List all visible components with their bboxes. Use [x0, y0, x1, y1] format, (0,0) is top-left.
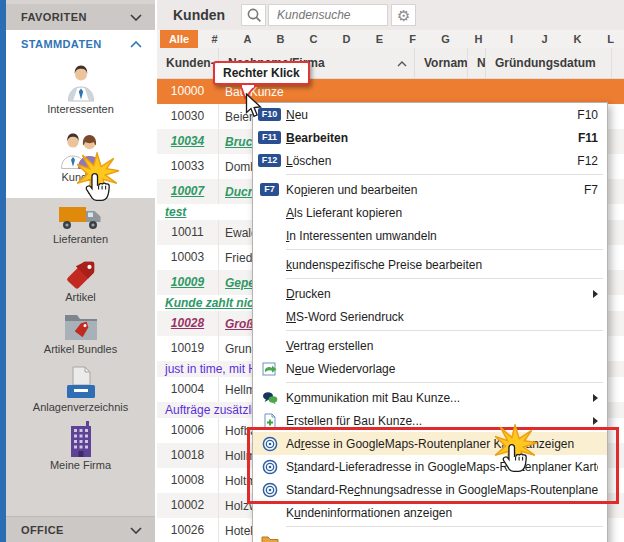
alpha-filter-a[interactable]: A	[231, 30, 264, 48]
sidebar-item-artikel-bundles[interactable]: Artikel Bundles	[6, 312, 155, 355]
alpha-filter-alle[interactable]: Alle	[160, 30, 198, 48]
menu-item-adresse-in-googlemaps-routenplaner-karte-a[interactable]: Adresse in GoogleMaps-Routenplaner Karte…	[253, 432, 607, 455]
customer-name: Bau Kunze	[219, 85, 624, 99]
column-header-vorname[interactable]: Vorname	[415, 48, 468, 78]
document-plus-icon	[262, 413, 278, 429]
menu-item-label: Als Lieferant kopieren	[286, 206, 598, 220]
menu-item-label: Standard-Lieferadresse in GoogleMaps-Rou…	[286, 460, 598, 474]
person-icon	[6, 64, 155, 102]
customer-number: 10006	[157, 418, 219, 443]
menu-item-label: Kommunikation mit Bau Kunze...	[286, 391, 585, 405]
customer-number: 10026	[157, 518, 219, 542]
column-header-item	[612, 48, 624, 78]
menu-item-neu[interactable]: F10NeuF10	[253, 103, 607, 126]
menu-item-erstellen-für-bau-kunze[interactable]: Erstellen für Bau Kunze...	[253, 409, 607, 432]
column-header-gründungsdatum[interactable]: Gründungsdatum	[486, 48, 612, 78]
menu-item-item[interactable]	[253, 530, 607, 542]
menu-item-standard-lieferadresse-in-googlemaps-route[interactable]: Standard-Lieferadresse in GoogleMaps-Rou…	[253, 455, 607, 478]
sidebar-item-lieferanten[interactable]: Lieferanten	[6, 202, 155, 245]
alpha-filter-g[interactable]: G	[429, 30, 462, 48]
folder-icon	[261, 534, 279, 542]
gear-icon[interactable]: ⚙	[391, 4, 416, 26]
customer-number: 10007	[157, 179, 219, 204]
search-input[interactable]	[269, 8, 387, 22]
sidebar: FAVORITEN STAMMDATEN InteressentenKunden…	[0, 0, 155, 542]
customer-number: 10002	[157, 493, 219, 518]
menu-item-label: Erstellen für Bau Kunze...	[286, 414, 585, 428]
fkey-badge: F10	[258, 108, 282, 121]
annotation-tooltip-tail	[240, 85, 258, 100]
search-input-box	[268, 4, 388, 26]
alpha-filter-e[interactable]: E	[363, 30, 396, 48]
menu-item-ms-word-seriendruck[interactable]: MS-Word Seriendruck	[253, 305, 607, 328]
menu-item-neue-wiedervorlage[interactable]: Neue Wiedervorlage	[253, 357, 607, 380]
menu-separator	[253, 328, 607, 334]
menu-item-label: Kopieren und bearbeiten	[286, 183, 574, 197]
search-icon[interactable]	[241, 4, 266, 26]
menu-shortcut: F7	[584, 183, 598, 197]
chevron-down-icon	[130, 11, 142, 23]
menu-item-standard-rechnungsadresse-in-googlemaps-ro[interactable]: Standard-Rechnungsadresse in GoogleMaps-…	[253, 478, 607, 501]
menu-item-als-lieferant-kopieren[interactable]: Als Lieferant kopieren	[253, 201, 607, 224]
menu-item-kundeninformationen-anzeigen[interactable]: Kundeninformationen anzeigen	[253, 501, 607, 524]
sidebar-item-kunden[interactable]: Kunden	[6, 132, 155, 183]
target-icon	[262, 482, 278, 498]
menu-item-kundenspezifische-preise-bearbeiten[interactable]: kundenspezifische Preise bearbeiten	[253, 253, 607, 276]
menu-item-in-interessenten-umwandeln[interactable]: In Interessenten umwandeln	[253, 224, 607, 247]
sidebar-section-office[interactable]: OFFICE	[6, 516, 155, 542]
menu-item-löschen[interactable]: F12LöschenF12	[253, 149, 607, 172]
menu-item-label: MS-Word Seriendruck	[286, 310, 598, 324]
fkey-badge: F7	[260, 183, 279, 196]
sidebar-item-label: Anlagenverzeichnis	[6, 401, 155, 413]
fkey-badge: F12	[258, 154, 282, 167]
menu-item-vertrag-erstellen[interactable]: Vertrag erstellen	[253, 334, 607, 357]
alpha-filter-d[interactable]: D	[330, 30, 363, 48]
alpha-filter-j[interactable]: J	[528, 30, 561, 48]
menu-item-bearbeiten[interactable]: F11BearbeitenF11	[253, 126, 607, 149]
alpha-filter-b[interactable]: B	[264, 30, 297, 48]
submenu-arrow-icon	[593, 417, 598, 425]
sidebar-section-stammdaten[interactable]: STAMMDATEN	[6, 32, 155, 56]
tag-icon	[6, 258, 155, 290]
menu-item-label: Vertrag erstellen	[286, 339, 598, 353]
alpha-filter-h[interactable]: H	[462, 30, 495, 48]
customer-number: 10033	[157, 154, 219, 179]
sidebar-item-meine-firma[interactable]: Meine Firma	[6, 420, 155, 471]
stammdaten-label: STAMMDATEN	[21, 38, 102, 50]
sort-asc-icon	[397, 56, 407, 70]
column-header-kunden[interactable]: Kunden-	[157, 48, 219, 78]
customer-number: 10009	[157, 270, 219, 295]
alpha-filter-l[interactable]: L	[594, 30, 624, 48]
sidebar-item-label: Interessenten	[6, 103, 155, 115]
customer-number: 10030	[157, 104, 219, 129]
truck-icon	[6, 202, 155, 232]
menu-item-label: Bearbeiten	[286, 131, 568, 145]
sidebar-item-anlagenverzeichnis[interactable]: Anlagenverzeichnis	[6, 366, 155, 413]
alpha-filter-f[interactable]: F	[396, 30, 429, 48]
sidebar-item-label: Kunden	[6, 171, 155, 183]
sidebar-section-favoriten[interactable]: FAVORITEN	[6, 4, 155, 30]
menu-separator	[253, 172, 607, 178]
annotation-tooltip: Rechter Klick	[213, 61, 310, 85]
menu-item-label: Kundeninformationen anzeigen	[286, 506, 598, 520]
menu-item-label: kundenspezifische Preise bearbeiten	[286, 258, 598, 272]
context-menu: F10NeuF10F11BearbeitenF11F12LöschenF12F7…	[252, 102, 608, 542]
sidebar-item-label: Lieferanten	[6, 233, 155, 245]
menu-separator	[253, 276, 607, 282]
menu-separator	[253, 380, 607, 386]
app-window: FAVORITEN STAMMDATEN InteressentenKunden…	[0, 0, 624, 542]
menu-item-kommunikation-mit-bau-kunze[interactable]: Kommunikation mit Bau Kunze...	[253, 386, 607, 409]
alpha-filter-i[interactable]: I	[495, 30, 528, 48]
customer-number: 10003	[157, 245, 219, 270]
column-header-na[interactable]: Na	[468, 48, 486, 78]
menu-item-kopieren-und-bearbeiten[interactable]: F7Kopieren und bearbeitenF7	[253, 178, 607, 201]
alpha-filter-k[interactable]: K	[561, 30, 594, 48]
menu-shortcut: F10	[577, 108, 598, 122]
menu-item-drucken[interactable]: Drucken	[253, 282, 607, 305]
sidebar-item-interessenten[interactable]: Interessenten	[6, 64, 155, 115]
alpha-filter-c[interactable]: C	[297, 30, 330, 48]
sidebar-item-artikel[interactable]: Artikel	[6, 258, 155, 303]
alpha-filter-item[interactable]: #	[198, 30, 231, 48]
customer-number: 10028	[157, 311, 219, 336]
sidebar-item-label: Artikel Bundles	[6, 343, 155, 355]
